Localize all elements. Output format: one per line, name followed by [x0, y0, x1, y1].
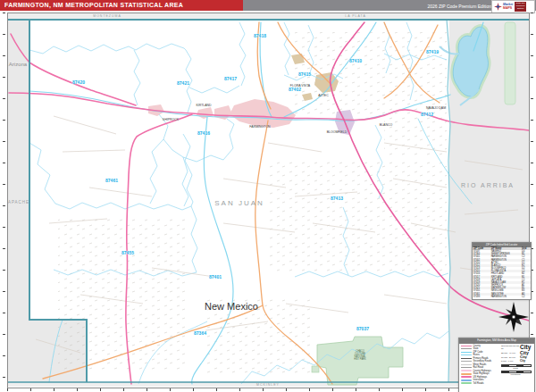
town-label: AZTEC: [318, 94, 328, 97]
zip-label-87421: 87421: [177, 80, 189, 86]
logo-brand-bottom: MAPS: [503, 7, 513, 11]
density-label: 5,000 - 9,999: [501, 360, 519, 363]
zip-index-table: ZIP CodeZIP NameGrid 87037NAGEEZID487364…: [473, 247, 531, 298]
legend-items: CountyStateZIP CodeRiversPrimary RoadsSe…: [459, 344, 501, 386]
zip-label-87410: 87410: [349, 58, 362, 63]
map-title: FARMINGTON, NM METROPOLITAN STATISTICAL …: [4, 2, 183, 8]
zip-index-cell: C2: [521, 296, 531, 298]
zip-label-87418: 87418: [254, 33, 266, 38]
legend-item-label: Toll Roads: [473, 382, 484, 385]
scalebar: Kilometers: [501, 371, 533, 376]
scalebar-label: Kilometers: [501, 373, 530, 375]
label-la-plata: LA PLATA: [345, 14, 366, 18]
park-label-line: HIST PARK: [354, 358, 365, 361]
zip-label-87461: 87461: [105, 178, 118, 183]
legend-swatch: [461, 379, 472, 381]
bottom-ruler-ticks: [7, 388, 528, 391]
zip-index-row: 87499FARMINGTONC2: [473, 296, 531, 298]
zip-label-87455: 87455: [121, 250, 134, 255]
legend-panel: Farmington, NM Metro Area Map CountyStat…: [458, 338, 535, 392]
zip-label-87420: 87420: [72, 79, 85, 85]
zip-index-panel: ZIP Code Index/Grid Locator ZIP CodeZIP …: [472, 242, 532, 300]
logo-wordmark: Market MAPS: [503, 4, 513, 10]
edition-label: 2026 ZIP Code Premium Edition: [427, 4, 491, 9]
logo-star-icon: [494, 3, 502, 11]
legend-item: Toll Roads: [461, 382, 500, 386]
town-label: BLANCO: [380, 123, 392, 127]
town-label: KIRTLAND: [196, 104, 211, 107]
town-label: FLORA VISTA: [290, 84, 310, 88]
density-row: 25,000 - 49,999City: [501, 351, 533, 355]
density-city-sample: City: [520, 360, 525, 363]
zip-label-87037: 87037: [356, 326, 369, 331]
label-montezuma: MONTEZUMA: [93, 14, 121, 18]
zip-label-87419: 87419: [426, 49, 439, 54]
legend-swatch: [461, 373, 472, 375]
town-label: NAVAJO DAM: [426, 106, 446, 110]
logo-badge-line: Edition: [516, 8, 525, 11]
density-label: Over 50,000 per sq mi: [501, 345, 519, 349]
density-label: 10,000 - 24,999: [501, 356, 519, 359]
legend-swatch: [461, 364, 472, 365]
density-label: 25,000 - 49,999: [501, 352, 519, 354]
publisher-logo: Market MAPS 2026 ZIPPremiumEdition: [491, 0, 535, 13]
label-arizona: Arizona: [9, 62, 27, 67]
label-apache: APACHE: [8, 200, 29, 204]
legend-swatch: [461, 352, 472, 353]
legend-swatch: [461, 361, 472, 362]
legend-swatch: [461, 348, 472, 349]
map-sheet: FARMINGTON, NM METROPOLITAN STATISTICAL …: [0, 0, 536, 392]
density-row: 5,000 - 9,999City: [501, 360, 533, 363]
legend-swatch: [461, 346, 472, 346]
logo-badge: 2026 ZIPPremiumEdition: [515, 2, 526, 11]
map-neatline: [7, 13, 530, 388]
label-san-juan: SAN JUAN: [214, 199, 264, 207]
legend-swatch: [461, 358, 472, 359]
town-label: SHIPROCK: [163, 118, 179, 121]
town-label: BLOOMFIELD: [327, 130, 348, 134]
right-ruler-ticks: [531, 13, 533, 387]
compass-rose-icon: [498, 302, 529, 332]
scalebar: Miles: [501, 364, 533, 370]
zip-label-87401: 87401: [209, 274, 222, 279]
town-label: FARMINGTON: [249, 125, 270, 129]
label-rio-arriba: RIO ARRIBA: [461, 182, 515, 188]
legend-density: Over 50,000 per sq miCity25,000 - 49,999…: [501, 344, 534, 386]
legend-swatch: [461, 382, 472, 384]
legend-swatch: [461, 354, 472, 355]
zip-label-87412: 87412: [421, 112, 433, 117]
zip-index-cell: FARMINGTON: [490, 296, 521, 298]
legend-swatch: [461, 367, 472, 368]
label-mckinley: MCKINLEY: [256, 383, 280, 387]
zip-label-87417: 87417: [224, 76, 237, 81]
density-row: 10,000 - 24,999City: [501, 355, 533, 359]
zip-label-87413: 87413: [331, 196, 343, 201]
legend-scalebars: MilesKilometers: [501, 364, 533, 376]
zip-label-87364: 87364: [194, 330, 206, 336]
left-ruler-ticks: [3, 13, 5, 387]
label-new-mexico: New Mexico: [205, 301, 258, 312]
zip-label-87415: 87415: [298, 71, 311, 77]
header-bar: FARMINGTON, NM METROPOLITAN STATISTICAL …: [0, 0, 536, 11]
scalebar-label: Miles: [501, 367, 530, 369]
zip-label-87416: 87416: [197, 130, 210, 136]
zip-index-cell: 87499: [473, 296, 490, 298]
chaco-park-label: CHACOCULTURENATIONALHIST PARK: [354, 350, 365, 361]
